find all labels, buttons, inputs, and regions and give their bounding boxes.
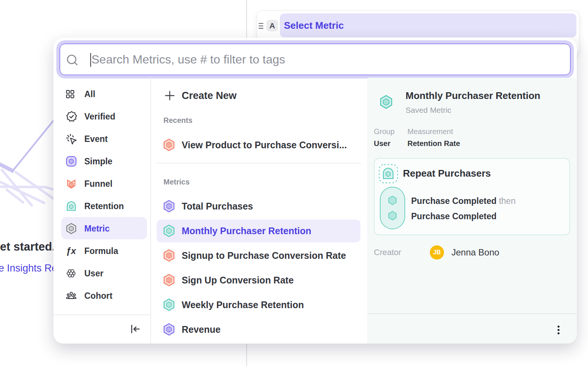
svg-text:ƒx: ƒx xyxy=(66,246,76,256)
